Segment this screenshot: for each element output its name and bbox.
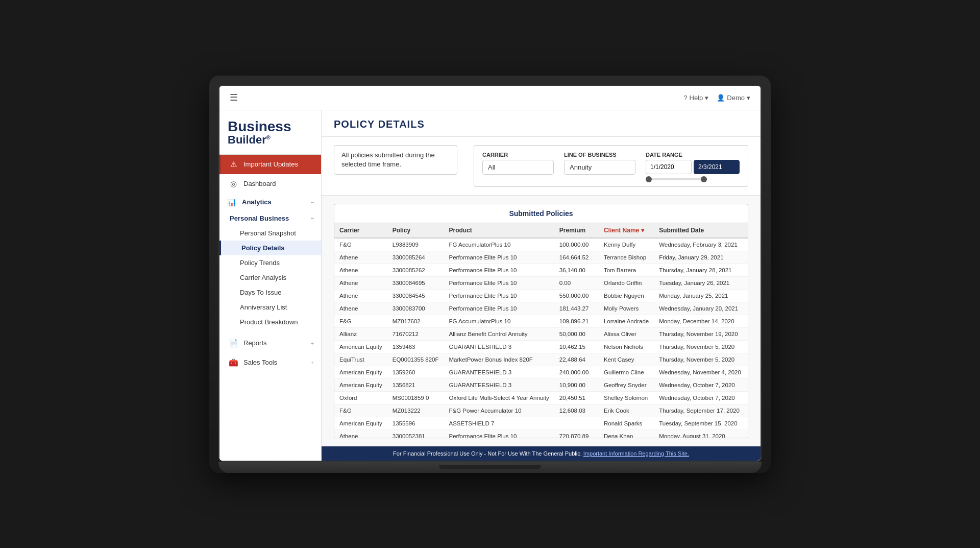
filter-description: All policies submitted during the select…	[334, 145, 457, 175]
col-policy[interactable]: Policy	[387, 223, 444, 238]
cell-product: Oxford Life Multi-Select 4 Year Annuity	[444, 391, 554, 404]
cell-premium: 20,450.51	[554, 391, 599, 404]
demo-button[interactable]: 👤 Demo ▾	[717, 94, 750, 102]
page-header: POLICY DETAILS	[322, 110, 761, 137]
table-row[interactable]: Athene3300085264Performance Elite Plus 1…	[334, 251, 748, 264]
lob-filter: Line of Business Annuity Life All	[564, 152, 635, 175]
lob-label: Line of Business	[564, 152, 635, 158]
sidebar-item-reports[interactable]: 📄 Reports +	[219, 333, 321, 353]
date-to-input[interactable]	[694, 160, 740, 174]
cell-carrier: Athene	[334, 276, 387, 289]
table-row[interactable]: Athene3300052381Performance Elite Plus 1…	[334, 430, 748, 438]
hamburger-icon[interactable]: ☰	[230, 92, 238, 103]
col-client[interactable]: Client Name ▾	[599, 223, 654, 238]
cell-policy: 71670212	[387, 327, 444, 340]
sales-tools-expand-icon: +	[311, 360, 314, 366]
table-row[interactable]: OxfordMS0001859 0Oxford Life Multi-Selec…	[334, 391, 748, 404]
table-row[interactable]: American Equity1355596ASSETSHIELD 7Ronal…	[334, 417, 748, 430]
sidebar-item-product-breakdown[interactable]: Product Breakdown	[219, 315, 321, 329]
sidebar-item-days-to-issue[interactable]: Days To Issue	[219, 285, 321, 300]
table-row[interactable]: Athene3300085262Performance Elite Plus 1…	[334, 264, 748, 276]
table-row[interactable]: Athene3300083700Performance Elite Plus 1…	[334, 302, 748, 315]
sidebar-item-carrier-analysis[interactable]: Carrier Analysis	[219, 270, 321, 285]
table-body: F&GL9383909FG AccumulatorPlus 10100,000.…	[334, 238, 748, 438]
sidebar-item-sales-tools[interactable]: 🧰 Sales Tools +	[219, 353, 321, 372]
cell-issued: Tuesday, November 24, 2020	[746, 327, 748, 340]
brand-top: Business	[228, 120, 313, 134]
table-row[interactable]: F&GMZ017602FG AccumulatorPlus 10109,896.…	[334, 315, 748, 327]
col-submitted[interactable]: Submitted Date	[654, 223, 746, 238]
date-range-label: Date Range	[646, 152, 740, 158]
col-premium[interactable]: Premium	[554, 223, 599, 238]
cell-policy: 3300085262	[387, 264, 444, 276]
cell-client: Erik Cook	[599, 404, 654, 417]
cell-premium: 0.00	[554, 276, 599, 289]
sidebar-item-anniversary-list[interactable]: Anniversary List	[219, 300, 321, 315]
cell-product: FG AccumulatorPlus 10	[444, 315, 554, 327]
cell-premium: 109,896.21	[554, 315, 599, 327]
sidebar-item-dashboard[interactable]: ◎ Dashboard	[219, 174, 321, 194]
cell-client: Lorraine Andrade	[599, 315, 654, 327]
cell-product: Performance Elite Plus 10	[444, 276, 554, 289]
table-row[interactable]: Allianz71670212Allianz Benefit Control A…	[334, 327, 748, 340]
footer-link[interactable]: Important Information Regarding This Sit…	[583, 450, 689, 457]
sidebar-item-label: Important Updates	[243, 160, 298, 168]
sidebar-item-personal-business[interactable]: Personal Business −	[219, 211, 321, 226]
cell-issued: Tuesday, February 9, 2021	[746, 264, 748, 276]
col-carrier[interactable]: Carrier	[334, 223, 387, 238]
page-title: POLICY DETAILS	[334, 118, 748, 130]
cell-submitted: Tuesday, January 26, 2021	[654, 276, 746, 289]
carrier-select[interactable]: All F&G Athene Allianz American Equity E…	[482, 160, 554, 175]
sidebar-item-personal-snapshot[interactable]: Personal Snapshot	[219, 226, 321, 241]
col-issued[interactable]: Issued Date	[746, 223, 748, 238]
table-row[interactable]: F&GL9383909FG AccumulatorPlus 10100,000.…	[334, 238, 748, 251]
cell-product: GUARANTEESHIELD 3	[444, 378, 554, 391]
table-row[interactable]: Athene3300084545Performance Elite Plus 1…	[334, 289, 748, 302]
cell-premium	[554, 417, 599, 430]
sidebar-item-important-updates[interactable]: ⚠ Important Updates	[219, 155, 321, 174]
help-button[interactable]: ? Help ▾	[683, 94, 708, 102]
slider-track	[646, 178, 707, 180]
table-row[interactable]: EquiTrustEQ0001355 820FMarketPower Bonus…	[334, 353, 748, 366]
dashboard-icon: ◎	[228, 179, 238, 188]
date-from-input[interactable]	[646, 160, 692, 174]
cell-client: Shelley Solomon	[599, 391, 654, 404]
cell-issued	[746, 238, 748, 251]
col-product[interactable]: Product	[444, 223, 554, 238]
cell-product: FG AccumulatorPlus 10	[444, 238, 554, 251]
sales-tools-icon: 🧰	[228, 358, 238, 367]
cell-client: Nelson Nichols	[599, 340, 654, 353]
sidebar-item-policy-trends[interactable]: Policy Trends	[219, 255, 321, 270]
help-label: Help	[690, 94, 703, 102]
cell-submitted: Wednesday, November 4, 2020	[654, 366, 746, 378]
table-row[interactable]: American Equity1356821GUARANTEESHIELD 31…	[334, 378, 748, 391]
cell-policy: 3300084695	[387, 276, 444, 289]
topbar: ☰ ? Help ▾ 👤 Demo ▾	[219, 86, 761, 110]
slider-thumb-left[interactable]	[646, 176, 652, 182]
policy-table: Carrier Policy Product Premium Client Na…	[334, 223, 748, 438]
table-row[interactable]: Athene3300084695Performance Elite Plus 1…	[334, 276, 748, 289]
cell-issued: Monday, February 1, 2021	[746, 302, 748, 315]
sidebar-section-analytics[interactable]: 📊 Analytics −	[219, 194, 321, 211]
cell-policy: L9383909	[387, 238, 444, 251]
sales-tools-label: Sales Tools	[243, 359, 277, 366]
cell-policy: 3300083700	[387, 302, 444, 315]
lob-select[interactable]: Annuity Life All	[564, 160, 635, 175]
sidebar-item-policy-details[interactable]: Policy Details	[219, 241, 321, 255]
analytics-label: Analytics	[242, 198, 272, 206]
cell-premium: 720,870.89	[554, 430, 599, 438]
cell-carrier: American Equity	[334, 417, 387, 430]
personal-business-expand: −	[311, 215, 314, 221]
cell-issued: Monday, October 12, 2020	[746, 404, 748, 417]
table-row[interactable]: F&GMZ013222F&G Power Accumulator 1012,60…	[334, 404, 748, 417]
cell-product: Performance Elite Plus 10	[444, 289, 554, 302]
cell-premium: 10,462.15	[554, 340, 599, 353]
slider-thumb-right[interactable]	[701, 176, 707, 182]
table-row[interactable]: American Equity1359260GUARANTEESHIELD 32…	[334, 366, 748, 378]
cell-policy: MZ013222	[387, 404, 444, 417]
cell-carrier: F&G	[334, 315, 387, 327]
cell-premium: 181,443.27	[554, 302, 599, 315]
reports-expand-icon: +	[311, 340, 314, 346]
table-row[interactable]: American Equity1359463GUARANTEESHIELD 31…	[334, 340, 748, 353]
cell-submitted: Wednesday, February 3, 2021	[654, 238, 746, 251]
